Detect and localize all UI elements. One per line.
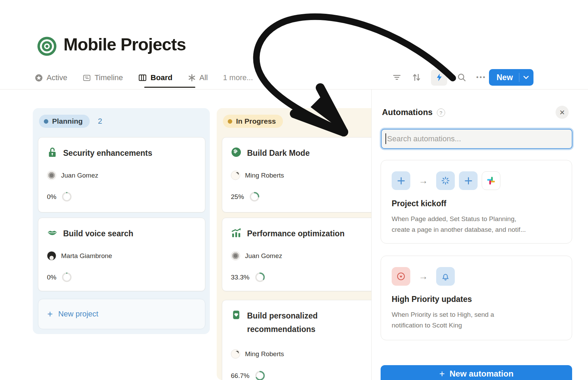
progress-label: 0% (47, 193, 56, 201)
progress: 66.7% (231, 370, 265, 380)
progress: 0% (47, 191, 72, 202)
project-card-build-personalized-recommendations[interactable]: Build personalized recommendations Ming … (222, 300, 389, 380)
status-dot (44, 119, 48, 124)
lips-icon (47, 227, 58, 238)
status-badge-planning[interactable]: Planning (39, 115, 90, 128)
avatar (47, 171, 56, 180)
project-card-build-dark-mode[interactable]: Build Dark Mode Ming Roberts 25% (222, 137, 389, 212)
chart-icon (231, 227, 242, 238)
tab-label: Board (150, 73, 173, 82)
spinner-icon (436, 171, 455, 190)
assignee: Juan Gomez (47, 171, 98, 180)
card-title: Security enhancements (63, 146, 152, 160)
column-planning: Planning 2 Security enhancements Juan Go… (33, 108, 210, 334)
asterisk-icon (188, 74, 196, 82)
add-step-button[interactable] (392, 171, 410, 190)
new-project-button[interactable]: + New project (38, 299, 205, 329)
assignee-name: Juan Gomez (245, 252, 282, 260)
automation-description: When Priority is set to High, send a not… (392, 309, 494, 331)
card-title: Build Dark Mode (247, 146, 310, 160)
board-icon (138, 73, 147, 82)
search-button[interactable] (457, 72, 467, 83)
tab-active[interactable]: Active (35, 73, 67, 82)
progress-ring (255, 272, 265, 283)
sort-icon (411, 72, 422, 83)
avatar (47, 251, 56, 260)
progress: 25% (231, 191, 260, 202)
card-title: Build personalized recommendations (247, 309, 332, 336)
automation-title: High Priority updates (392, 295, 472, 304)
column-in-progress: In Progress Build Dark Mode Ming Roberts… (217, 108, 393, 380)
close-icon[interactable]: × (556, 106, 569, 119)
column-count: 2 (98, 117, 102, 126)
assignee: Ming Roberts (231, 349, 284, 359)
add-step-button[interactable] (459, 171, 478, 190)
tab-label: 1 more... (223, 73, 253, 82)
assignee-name: Marta Giambrone (61, 252, 112, 260)
search-automations-input[interactable] (381, 129, 572, 149)
automation-card-high-priority-updates[interactable]: → High Priority updates When Priority is… (381, 256, 572, 340)
sort-button[interactable] (411, 72, 422, 83)
target-icon (37, 36, 57, 57)
lightning-bolt-icon (435, 73, 444, 82)
card-title: Build voice search (63, 227, 133, 240)
progress-ring (255, 370, 265, 380)
star-circle-icon (35, 74, 43, 82)
new-project-label: New project (58, 310, 98, 319)
dark-mode-icon (231, 147, 242, 158)
slack-icon (482, 171, 500, 190)
progress-label: 25% (231, 193, 244, 201)
automations-panel-title: Automations (382, 107, 433, 117)
new-automation-button[interactable]: + New automation (381, 365, 572, 380)
avatar (231, 171, 240, 180)
project-card-security-enhancements[interactable]: Security enhancements Juan Gomez 0% (38, 137, 205, 212)
avatar (231, 349, 240, 359)
automations-button[interactable] (431, 69, 447, 86)
search-icon (457, 73, 467, 82)
more-options-button[interactable]: ••• (476, 74, 486, 81)
bell-icon (436, 267, 455, 286)
active-tab-underline (144, 87, 195, 88)
tab-label: Active (47, 73, 67, 82)
tab-timeline[interactable]: Timeline (82, 73, 123, 82)
progress-ring (249, 191, 260, 202)
project-card-performance-optimization[interactable]: Performance optimization Juan Gomez 33.3… (222, 218, 389, 291)
tab-all[interactable]: All (188, 73, 208, 82)
lock-icon (47, 147, 58, 158)
column-in-progress-header: In Progress (223, 115, 283, 128)
avatar (231, 251, 240, 260)
automation-description: When Page added, Set Status to Planning,… (392, 213, 526, 235)
view-toolbar: ••• (392, 69, 486, 86)
assignee: Juan Gomez (231, 251, 282, 260)
automation-title: Project kickoff (392, 199, 447, 208)
assignee-name: Ming Roberts (245, 350, 284, 358)
automation-card-project-kickoff[interactable]: → (381, 160, 572, 244)
chevron-down-icon[interactable] (519, 76, 529, 79)
status-badge-in-progress[interactable]: In Progress (223, 115, 283, 128)
status-label: Planning (52, 117, 83, 125)
text-caret (385, 133, 386, 144)
tab-board[interactable]: Board (138, 73, 173, 82)
help-icon[interactable]: ? (437, 108, 445, 117)
progress: 33.3% (231, 272, 265, 283)
progress-ring (61, 272, 72, 283)
plus-icon: + (47, 310, 53, 318)
assignee-name: Juan Gomez (61, 172, 98, 179)
filter-button[interactable] (392, 72, 402, 83)
column-planning-header: Planning 2 (39, 115, 102, 128)
progress-label: 0% (47, 274, 56, 281)
timeline-icon (82, 74, 91, 82)
tab-more[interactable]: 1 more... (223, 73, 253, 82)
project-card-build-voice-search[interactable]: Build voice search Marta Giambrone 0% (38, 218, 205, 291)
arrow-right-icon: → (419, 175, 428, 186)
tab-label: Timeline (95, 73, 123, 82)
page-title: Mobile Projects (63, 35, 186, 55)
assignee: Marta Giambrone (47, 251, 112, 260)
status-dot (228, 119, 232, 124)
priority-icon (392, 267, 410, 286)
new-button[interactable]: New (489, 69, 533, 86)
progress-ring (61, 191, 72, 202)
filter-icon (392, 73, 402, 82)
assignee: Ming Roberts (231, 171, 284, 180)
status-label: In Progress (236, 117, 276, 125)
